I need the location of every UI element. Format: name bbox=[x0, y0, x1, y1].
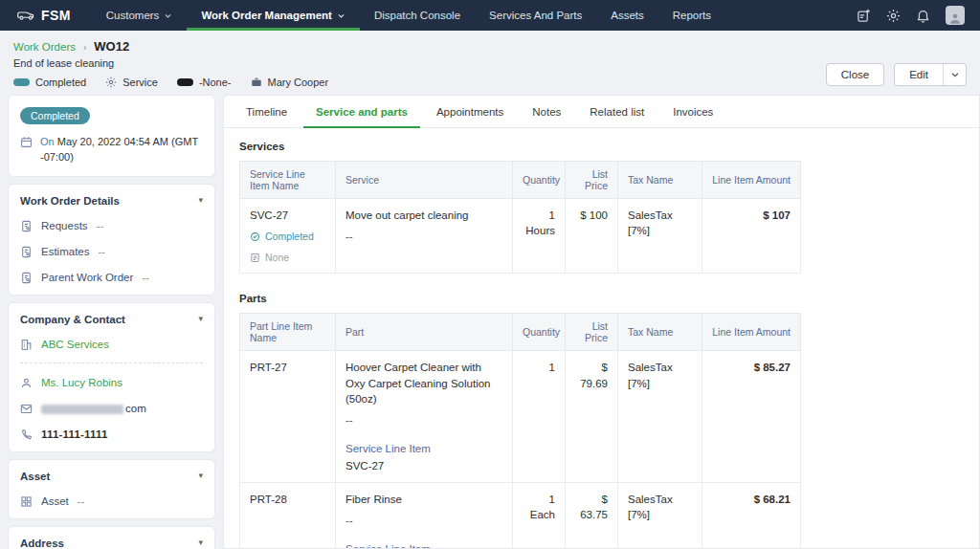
services-table-header: Service Line Item Name Service Quantity … bbox=[240, 162, 801, 199]
collapse-caret-icon[interactable]: ▾ bbox=[198, 315, 203, 323]
page-title: WO12 bbox=[94, 39, 129, 54]
detail-label: Parent Work Order bbox=[41, 272, 133, 283]
document-icon bbox=[20, 220, 33, 232]
tab-invoices[interactable]: Invoices bbox=[658, 96, 727, 127]
grid-icon bbox=[20, 495, 33, 508]
service-price-cell: $ 100 bbox=[566, 199, 618, 274]
redacted-email-blur bbox=[41, 405, 123, 414]
col-list-price: List Price bbox=[566, 314, 618, 351]
building-icon bbox=[20, 339, 33, 351]
col-line-item-amount: Line Item Amount bbox=[702, 314, 801, 351]
nav-item-reports[interactable]: Reports bbox=[658, 0, 725, 31]
nav-item-assets[interactable]: Assets bbox=[596, 0, 658, 31]
part-row-prt27[interactable]: PRT-27 Hoover Carpet Cleaner with Oxy Ca… bbox=[240, 351, 801, 483]
part-price-cell: $ 63.75 bbox=[566, 483, 618, 548]
part-tax-cell: SalesTax [7%] bbox=[618, 483, 702, 548]
detail-row-estimates: Estimates -- bbox=[20, 246, 203, 258]
fsm-app-window: FSM Customers Work Order Management Disp… bbox=[0, 0, 980, 549]
user-avatar[interactable] bbox=[946, 6, 965, 25]
col-service: Service bbox=[336, 162, 513, 199]
record-tabs: Timeline Service and parts Appointments … bbox=[224, 96, 979, 128]
service-note: None bbox=[250, 251, 325, 265]
document-icon bbox=[20, 272, 33, 284]
nav-label: Assets bbox=[611, 10, 644, 21]
detail-label: Asset bbox=[41, 495, 69, 507]
detail-value: -- bbox=[78, 495, 85, 507]
collapse-caret-icon[interactable]: ▾ bbox=[198, 538, 203, 547]
card-title: Address bbox=[20, 538, 64, 549]
email-row[interactable]: com bbox=[20, 403, 203, 415]
status-chip-label: Completed bbox=[35, 77, 86, 88]
part-amount-cell: $ 68.21 bbox=[702, 483, 801, 548]
parts-section-title: Parts bbox=[239, 293, 964, 304]
body-layout: Completed On May 20, 2022 04:54 AM (GMT … bbox=[0, 95, 980, 549]
breadcrumb-work-orders-link[interactable]: Work Orders bbox=[13, 41, 76, 53]
app-logo[interactable]: FSM bbox=[10, 8, 78, 23]
tab-related-list[interactable]: Related list bbox=[575, 96, 658, 127]
nav-item-work-order-management[interactable]: Work Order Management bbox=[187, 0, 360, 31]
status-swatch bbox=[13, 78, 30, 86]
company-row: ABC Services bbox=[20, 339, 203, 351]
contact-row: Ms. Lucy Robins bbox=[20, 377, 203, 389]
nav-item-dispatch-console[interactable]: Dispatch Console bbox=[360, 0, 475, 31]
nav-item-services-and-parts[interactable]: Services And Parts bbox=[475, 0, 596, 31]
service-qty-cell: 1 Hours bbox=[513, 199, 566, 274]
brand-name: FSM bbox=[41, 8, 71, 23]
collapse-caret-icon[interactable]: ▾ bbox=[198, 196, 203, 205]
person-icon bbox=[948, 11, 962, 25]
phone-row[interactable]: 111-111-1111 bbox=[20, 428, 203, 441]
owner-chip-label: Mary Cooper bbox=[268, 77, 329, 88]
service-name-cell: SVC-27 Completed None bbox=[240, 199, 336, 274]
divider bbox=[20, 362, 203, 363]
status-badge: Completed bbox=[20, 107, 90, 124]
detail-value: -- bbox=[99, 246, 106, 257]
type-chip: Service bbox=[105, 77, 158, 88]
tab-appointments[interactable]: Appointments bbox=[422, 96, 518, 127]
nav-label: Services And Parts bbox=[489, 10, 582, 21]
tab-notes[interactable]: Notes bbox=[518, 96, 575, 127]
part-sub: -- bbox=[345, 513, 502, 528]
address-card: Address ▾ Territory Colona Service Addre… bbox=[8, 526, 215, 549]
detail-row-parent-work-order: Parent Work Order -- bbox=[20, 272, 203, 284]
edit-dropdown-toggle[interactable] bbox=[943, 64, 966, 85]
part-row-prt28[interactable]: PRT-28 Fiber Rinse -- Service Line Item … bbox=[240, 483, 801, 548]
phone-icon bbox=[20, 428, 33, 441]
part-qty-cell: 1 Each bbox=[513, 483, 566, 548]
priority-chip: -None- bbox=[177, 77, 232, 88]
phone-number: 111-111-1111 bbox=[41, 428, 108, 440]
settings-gear-icon[interactable] bbox=[886, 9, 901, 23]
detail-value: -- bbox=[97, 220, 104, 231]
col-tax-name: Tax Name bbox=[618, 162, 702, 199]
part-desc-cell: Fiber Rinse -- Service Line Item SVC-27 bbox=[336, 483, 513, 548]
tab-timeline[interactable]: Timeline bbox=[232, 96, 301, 127]
part-name-cell: PRT-27 bbox=[240, 351, 336, 483]
edit-button[interactable]: Edit bbox=[895, 69, 943, 80]
service-status: Completed bbox=[250, 230, 325, 244]
col-quantity: Quantity bbox=[513, 162, 566, 199]
priority-swatch bbox=[177, 78, 193, 86]
scheduled-prefix: On bbox=[40, 136, 55, 147]
nav-label: Customers bbox=[106, 10, 160, 21]
nav-item-customers[interactable]: Customers bbox=[92, 0, 188, 31]
compose-icon[interactable] bbox=[857, 9, 871, 23]
parts-table: Part Line Item Name Part Quantity List P… bbox=[239, 313, 801, 548]
status-chip: Completed bbox=[13, 77, 86, 88]
envelope-icon bbox=[20, 403, 33, 415]
close-button[interactable]: Close bbox=[826, 63, 884, 86]
status-card: Completed On May 20, 2022 04:54 AM (GMT … bbox=[8, 95, 215, 177]
chevron-down-icon bbox=[950, 70, 960, 79]
nav-label: Reports bbox=[673, 10, 711, 21]
company-link[interactable]: ABC Services bbox=[41, 339, 109, 350]
part-desc-cell: Hoover Carpet Cleaner with Oxy Carpet Cl… bbox=[336, 351, 513, 483]
redacted-email: com bbox=[41, 403, 146, 414]
part-qty-cell: 1 bbox=[513, 351, 566, 483]
note-icon bbox=[250, 253, 260, 263]
notifications-bell-icon[interactable] bbox=[916, 9, 930, 23]
type-chip-label: Service bbox=[122, 77, 158, 88]
collapse-caret-icon[interactable]: ▾ bbox=[198, 472, 203, 480]
work-order-details-card: Work Order Details ▾ Requests -- Estimat… bbox=[8, 184, 215, 296]
service-note-label: None bbox=[265, 251, 289, 265]
service-row-svc27[interactable]: SVC-27 Completed None bbox=[240, 199, 801, 274]
contact-link[interactable]: Ms. Lucy Robins bbox=[41, 377, 122, 388]
tab-service-and-parts[interactable]: Service and parts bbox=[301, 96, 422, 127]
